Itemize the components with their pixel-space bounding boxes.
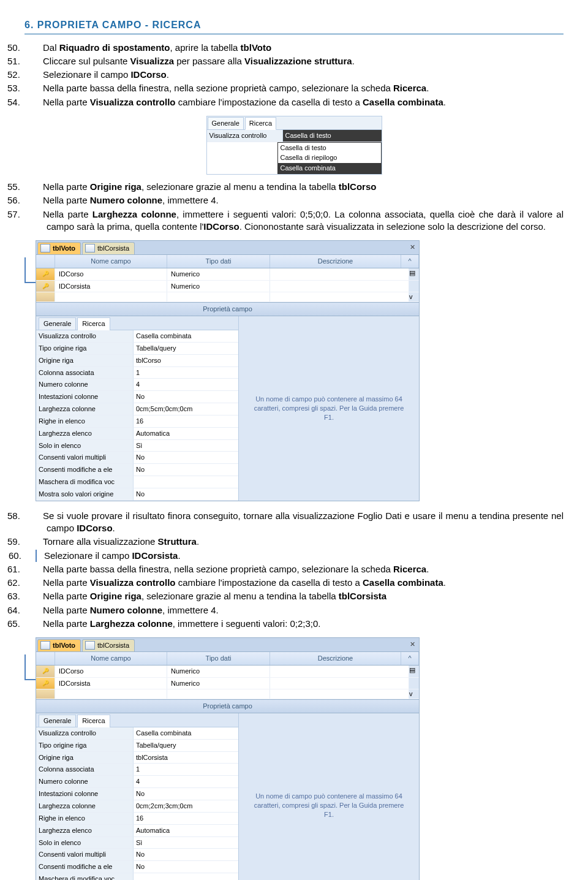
steps-list-2: 55.Nella parte Origine riga, selezionare… — [24, 181, 564, 233]
property-value[interactable]: 0cm;2cm;3cm;0cm — [134, 800, 238, 813]
property-row[interactable]: Larghezza colonne 0cm;2cm;3cm;0cm — [36, 800, 238, 813]
property-row[interactable]: Intestazioni colonne No — [36, 391, 238, 403]
property-value[interactable]: Automatica — [134, 825, 238, 837]
property-row[interactable]: Larghezza elenco Automatica — [36, 825, 238, 837]
property-row[interactable]: Tipo origine riga Tabella/query — [36, 343, 238, 355]
property-value[interactable]: Sì — [134, 440, 238, 452]
property-value[interactable]: No — [134, 464, 238, 476]
field-type[interactable]: Numerico — [167, 678, 270, 689]
close-icon[interactable]: ✕ — [410, 243, 415, 252]
property-row[interactable]: Larghezza colonne 0cm;5cm;0cm;0cm — [36, 403, 238, 415]
property-row[interactable]: Visualizza controllo Casella combinata — [36, 330, 238, 343]
property-value[interactable]: 0cm;5cm;0cm;0cm — [134, 403, 238, 415]
object-tab-tblcorsista[interactable]: tblCorsista — [82, 639, 135, 651]
property-value[interactable]: No — [134, 788, 238, 800]
property-value[interactable] — [134, 476, 238, 488]
property-row[interactable]: Maschera di modifica voc — [36, 873, 238, 880]
property-label: Tipo origine riga — [36, 740, 134, 752]
scrollbar[interactable] — [409, 678, 419, 689]
field-desc[interactable] — [270, 268, 409, 280]
property-value[interactable]: 4 — [134, 776, 238, 788]
property-label: Visualizza controllo — [36, 727, 134, 740]
property-row[interactable]: Intestazioni colonne No — [36, 788, 238, 800]
ps-tab-generale[interactable]: Generale — [39, 715, 76, 727]
property-value[interactable]: Sì — [134, 837, 238, 849]
field-row[interactable]: 🔑 IDCorso Numerico ▤ — [36, 666, 419, 678]
property-value[interactable]: Casella combinata — [134, 330, 238, 343]
property-row[interactable]: Tipo origine riga Tabella/query — [36, 740, 238, 752]
property-row[interactable]: Righe in elenco 16 — [36, 813, 238, 825]
property-value[interactable]: Automatica — [134, 428, 238, 440]
property-value[interactable]: No — [134, 861, 238, 873]
property-row[interactable]: Origine riga tblCorsista — [36, 752, 238, 764]
property-value[interactable]: 1 — [134, 367, 238, 379]
key-icon: 🔑 — [42, 271, 49, 277]
row-selector[interactable]: 🔑 — [36, 281, 55, 292]
property-value[interactable]: Tabella/query — [134, 343, 238, 355]
scrollbar[interactable]: ▤ — [409, 666, 419, 677]
ps-tab-generale[interactable]: Generale — [39, 317, 76, 330]
property-value[interactable]: tblCorso — [134, 355, 238, 367]
ps-tab-ricerca[interactable]: Ricerca — [77, 317, 110, 330]
field-type[interactable]: Numerico — [167, 281, 270, 292]
property-row[interactable]: Numero colonne 4 — [36, 379, 238, 391]
row-selector[interactable]: 🔑 — [36, 678, 55, 689]
property-value[interactable]: Casella combinata — [134, 727, 238, 740]
object-tab-tblcorsista[interactable]: tblCorsista — [82, 242, 135, 254]
property-value[interactable] — [134, 873, 238, 880]
property-value[interactable]: Tabella/query — [134, 740, 238, 752]
ps-tab-ricerca[interactable]: Ricerca — [77, 715, 110, 727]
property-row[interactable]: Consenti modifiche a ele No — [36, 464, 238, 476]
close-icon[interactable]: ✕ — [410, 640, 415, 649]
property-value[interactable]: 16 — [134, 415, 238, 428]
field-name[interactable]: IDCorso — [55, 666, 167, 677]
field-name[interactable]: IDCorsista — [55, 678, 167, 689]
property-row[interactable]: Colonna associata 1 — [36, 367, 238, 379]
scroll-down-icon[interactable]: v — [409, 292, 419, 302]
tab-ricerca[interactable]: Ricerca — [245, 117, 276, 130]
property-value[interactable]: 4 — [134, 379, 238, 391]
property-row[interactable]: Maschera di modifica voc — [36, 476, 238, 488]
scrollbar[interactable] — [409, 281, 419, 292]
property-row[interactable]: Larghezza elenco Automatica — [36, 428, 238, 440]
property-value[interactable]: No — [134, 488, 238, 501]
field-row[interactable]: 🔑 IDCorso Numerico ▤ — [36, 268, 419, 281]
prop-value-dropdown[interactable]: Casella di testo — [283, 130, 382, 142]
property-row[interactable]: Righe in elenco 16 — [36, 415, 238, 428]
object-tab-tblvoto[interactable]: tblVoto — [37, 242, 81, 254]
row-selector[interactable]: 🔑 — [36, 666, 55, 677]
scroll-up-icon[interactable]: ^ — [401, 652, 419, 665]
field-name[interactable]: IDCorso — [55, 268, 167, 280]
property-row[interactable]: Solo in elenco Sì — [36, 440, 238, 452]
tab-generale[interactable]: Generale — [208, 117, 244, 129]
field-name[interactable]: IDCorsista — [55, 281, 167, 292]
property-row[interactable]: Solo in elenco Sì — [36, 837, 238, 849]
scroll-up-icon[interactable]: ^ — [401, 255, 419, 268]
property-value[interactable]: No — [134, 391, 238, 403]
property-row[interactable]: Colonna associata 1 — [36, 764, 238, 776]
property-value[interactable]: tblCorsista — [134, 752, 238, 764]
property-value[interactable]: 1 — [134, 764, 238, 776]
property-row[interactable]: Origine riga tblCorso — [36, 355, 238, 367]
property-value[interactable]: No — [134, 452, 238, 464]
property-row[interactable]: Visualizza controllo Casella combinata — [36, 727, 238, 740]
scroll-down-icon[interactable]: v — [409, 689, 419, 699]
property-value[interactable]: 16 — [134, 813, 238, 825]
field-desc[interactable] — [270, 678, 409, 689]
field-type[interactable]: Numerico — [167, 268, 270, 280]
field-type[interactable]: Numerico — [167, 666, 270, 677]
property-value[interactable]: No — [134, 849, 238, 861]
field-row[interactable]: 🔑 IDCorsista Numerico — [36, 678, 419, 690]
property-row[interactable]: Consenti valori multipli No — [36, 452, 238, 464]
dropdown-list[interactable]: Casella di testo Casella di riepilogo Ca… — [277, 142, 382, 175]
field-desc[interactable] — [270, 281, 409, 292]
property-row[interactable]: Consenti modifiche a ele No — [36, 861, 238, 873]
property-row[interactable]: Mostra solo valori origine No — [36, 488, 238, 501]
property-row[interactable]: Consenti valori multipli No — [36, 849, 238, 861]
field-desc[interactable] — [270, 666, 409, 677]
object-tab-tblvoto[interactable]: tblVoto — [37, 639, 81, 651]
property-row[interactable]: Numero colonne 4 — [36, 776, 238, 788]
field-row[interactable]: 🔑 IDCorsista Numerico — [36, 281, 419, 293]
row-selector[interactable]: 🔑 — [36, 268, 55, 280]
scrollbar[interactable]: ▤ — [409, 268, 419, 280]
